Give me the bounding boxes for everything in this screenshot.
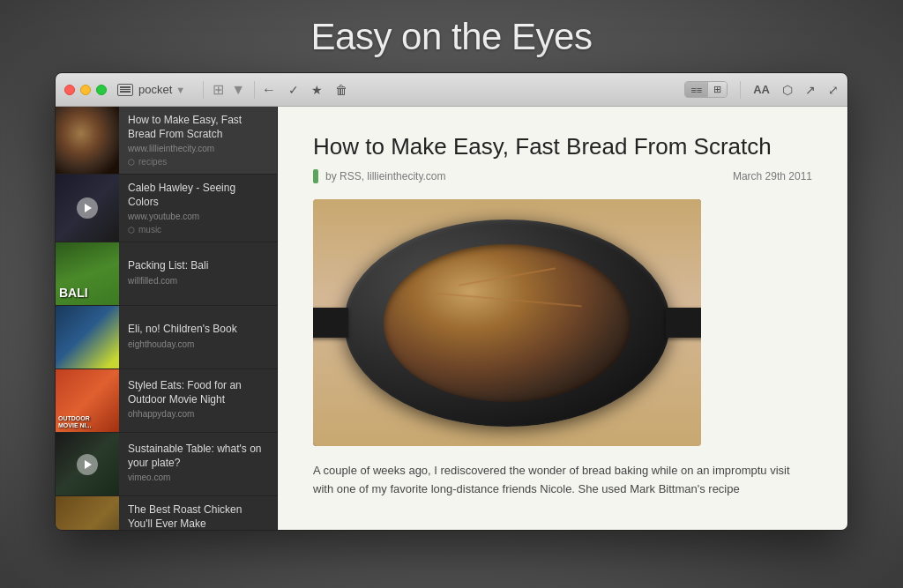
down-icon[interactable]: ▼ xyxy=(231,82,245,98)
list-item[interactable]: Caleb Hawley - Seeing Colors www.youtube… xyxy=(56,175,277,242)
divider-2 xyxy=(254,81,255,99)
thumbnail xyxy=(56,175,119,242)
app-window: pocket ▼ ⊞ ▼ ← ✓ ★ 🗑 ≡≡ ⊞ AA ⬡ ↗ ⤢ xyxy=(55,72,848,531)
list-item[interactable]: The Best Roast Chicken You'll Ever Make … xyxy=(56,496,277,530)
item-tag: ⬡ music xyxy=(128,225,268,234)
item-title: Caleb Hawley - Seeing Colors xyxy=(128,182,268,209)
main-content: How to Make Easy, Fast Bread From Scratc… xyxy=(56,107,847,530)
article-body: A couple of weeks ago, I rediscovered th… xyxy=(313,462,812,499)
tag-icon: ⬡ xyxy=(128,158,135,167)
minimize-button[interactable] xyxy=(80,85,91,95)
app-name: pocket ▼ xyxy=(117,83,185,96)
list-view-button[interactable]: ≡≡ xyxy=(685,82,708,97)
item-info: Caleb Hawley - Seeing Colors www.youtube… xyxy=(119,175,277,242)
item-info: How to Make Easy, Fast Bread From Scratc… xyxy=(119,107,277,174)
item-info: Styled Eats: Food for an Outdoor Movie N… xyxy=(119,369,277,432)
sidebar: How to Make Easy, Fast Bread From Scratc… xyxy=(56,107,278,530)
item-url: ohhappyday.com xyxy=(128,409,268,419)
title-bar: pocket ▼ ⊞ ▼ ← ✓ ★ 🗑 ≡≡ ⊞ AA ⬡ ↗ ⤢ xyxy=(56,73,847,107)
item-title: How to Make Easy, Fast Bread From Scratc… xyxy=(128,114,268,141)
divider-1 xyxy=(203,81,204,99)
nav-bar: ← ✓ ★ 🗑 xyxy=(262,82,347,98)
item-url: eighthouday.com xyxy=(128,339,268,349)
item-info: Sustainable Table: what's on your plate?… xyxy=(119,433,277,495)
item-info: Eli, no! Children's Book eighthouday.com xyxy=(119,306,277,368)
close-button[interactable] xyxy=(64,85,75,95)
check-button[interactable]: ✓ xyxy=(288,83,299,97)
item-info: Packing List: Bali willfilled.com xyxy=(119,242,277,305)
play-icon xyxy=(77,454,98,475)
meta-color-bar xyxy=(313,169,318,183)
item-url: www.lillieinthecity.com xyxy=(128,144,268,153)
thumbnail xyxy=(56,496,119,530)
article-date: March 29th 2011 xyxy=(733,170,812,182)
font-size-button[interactable]: AA xyxy=(753,83,770,96)
item-title: Eli, no! Children's Book xyxy=(128,323,268,337)
article-pane: How to Make Easy, Fast Bread From Scratc… xyxy=(278,107,847,530)
tag-icon: ⬡ xyxy=(128,226,135,234)
item-title: Sustainable Table: what's on your plate? xyxy=(128,443,268,470)
thumbnail xyxy=(56,433,119,495)
app-icon xyxy=(117,84,133,96)
back-button[interactable]: ← xyxy=(262,82,276,98)
thumbnail: BALI xyxy=(56,242,119,305)
item-url: willfilled.com xyxy=(128,276,268,286)
item-tag: ⬡ recipes xyxy=(128,157,268,167)
list-item[interactable]: OUTDOORMOVIE NI... Styled Eats: Food for… xyxy=(56,369,277,433)
item-title: Styled Eats: Food for an Outdoor Movie N… xyxy=(128,379,268,406)
trash-button[interactable]: 🗑 xyxy=(335,83,347,97)
article-image xyxy=(313,199,701,446)
article-title: How to Make Easy, Fast Bread From Scratc… xyxy=(313,133,812,160)
thumbnail: OUTDOORMOVIE NI... xyxy=(56,369,119,432)
view-toggle: ≡≡ ⊞ xyxy=(684,81,728,98)
tag-button[interactable]: ⬡ xyxy=(782,83,793,97)
maximize-button[interactable] xyxy=(96,85,107,95)
play-icon-overlay xyxy=(77,197,98,219)
fullscreen-button[interactable]: ⤢ xyxy=(828,83,839,97)
grid-view-button[interactable]: ⊞ xyxy=(708,82,727,97)
page-title: Easy on the Eyes xyxy=(311,16,593,58)
toolbar-right: ≡≡ ⊞ AA ⬡ ↗ ⤢ xyxy=(684,81,839,99)
article-meta: by RSS, lillieinthecity.com March 29th 2… xyxy=(313,169,812,183)
thumbnail xyxy=(56,306,119,368)
grid-icon[interactable]: ⊞ xyxy=(213,81,224,98)
item-url: vimeo.com xyxy=(128,473,268,482)
item-url: www.youtube.com xyxy=(128,212,268,221)
list-item[interactable]: Eli, no! Children's Book eighthouday.com xyxy=(56,306,277,369)
thumbnail xyxy=(56,107,119,174)
item-title: Packing List: Bali xyxy=(128,259,268,273)
window-controls xyxy=(64,85,107,95)
divider-3 xyxy=(740,81,741,99)
list-item[interactable]: BALI Packing List: Bali willfilled.com xyxy=(56,242,277,306)
item-info: The Best Roast Chicken You'll Ever Make … xyxy=(119,496,277,530)
item-title: The Best Roast Chicken You'll Ever Make xyxy=(128,503,268,530)
star-button[interactable]: ★ xyxy=(311,83,323,97)
list-item[interactable]: Sustainable Table: what's on your plate?… xyxy=(56,433,277,496)
outdoor-label: OUTDOORMOVIE NI... xyxy=(58,415,91,428)
share-button[interactable]: ↗ xyxy=(805,83,816,97)
bali-label: BALI xyxy=(59,286,88,300)
article-source: by RSS, lillieinthecity.com xyxy=(325,170,446,182)
list-item[interactable]: How to Make Easy, Fast Bread From Scratc… xyxy=(56,107,277,175)
